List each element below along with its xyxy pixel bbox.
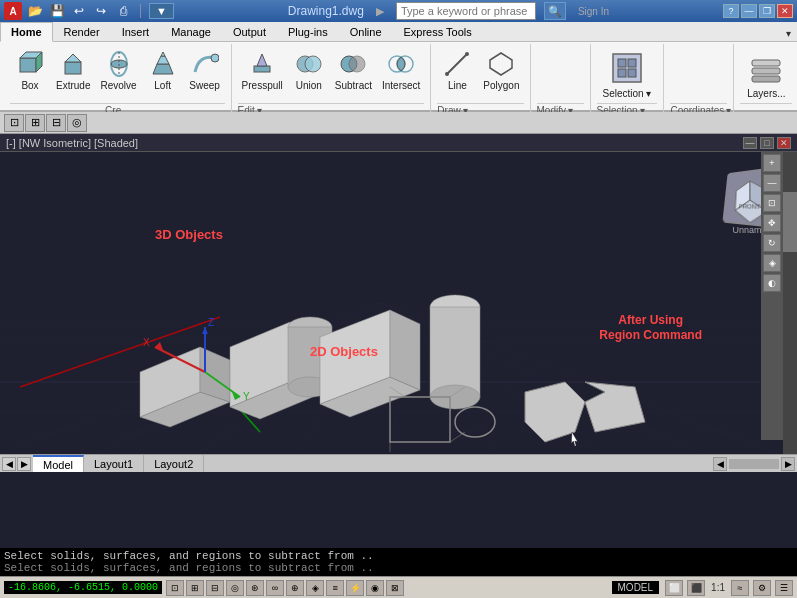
line-icon (441, 48, 473, 80)
selection-button[interactable]: Selection ▾ (597, 46, 658, 101)
scrollbar-thumb[interactable] (783, 192, 797, 252)
subtract-button[interactable]: Subtract (331, 46, 376, 93)
minimize-button[interactable]: — (741, 4, 757, 18)
status-am[interactable]: ⊠ (386, 580, 404, 596)
label-2d-objects: 2D Objects (310, 344, 378, 359)
status-ducs[interactable]: ⊕ (286, 580, 304, 596)
line-label: Line (448, 80, 467, 91)
ribbon-group-draw: Line Polygon Draw ▾ (431, 44, 530, 118)
tab-online[interactable]: Online (339, 22, 393, 42)
ribbon-options[interactable]: ▾ (780, 26, 797, 41)
qa-save[interactable]: 💾 (48, 2, 66, 20)
svg-marker-80 (571, 432, 577, 446)
viewport-canvas[interactable]: X Y Z 3D Objects 2D Objects (0, 152, 797, 454)
status-snap[interactable]: ⊡ (166, 580, 184, 596)
h-scroll-thumb[interactable] (729, 459, 779, 469)
restore-button[interactable]: ❐ (759, 4, 775, 18)
qa-open[interactable]: 📂 (26, 2, 44, 20)
command-area: Select solids, surfaces, and regions to … (0, 548, 797, 576)
tab-prev[interactable]: ◀ (2, 457, 16, 471)
svg-rect-27 (618, 69, 626, 77)
selection-icon (607, 48, 647, 88)
model-icon[interactable]: ⬛ (687, 580, 705, 596)
ortho-icon[interactable]: ⊟ (46, 114, 66, 132)
main-layout: A 📂 💾 ↩ ↪ ⎙ ▼ Drawing1.dwg ▶ 🔍 Sign In ?… (0, 0, 797, 598)
svg-rect-31 (752, 60, 780, 66)
revolve-label: Revolve (100, 80, 136, 91)
status-osnap[interactable]: ⊛ (246, 580, 264, 596)
qa-redo[interactable]: ↪ (92, 2, 110, 20)
extrude-button[interactable]: Extrude (52, 46, 94, 93)
revolve-button[interactable]: Revolve (96, 46, 140, 93)
search-input[interactable] (396, 2, 536, 20)
tab-layout2[interactable]: Layout2 (144, 455, 204, 472)
signin-label[interactable]: Sign In (578, 6, 609, 17)
status-otrack[interactable]: ∞ (266, 580, 284, 596)
svg-rect-30 (752, 68, 780, 74)
zoom-extents-button[interactable]: ⊡ (763, 194, 781, 212)
loft-button[interactable]: Loft (143, 46, 183, 93)
zoom-out-button[interactable]: — (763, 174, 781, 192)
polygon-icon (485, 48, 517, 80)
viewport-minimize[interactable]: — (743, 137, 757, 149)
settings-icon[interactable]: ☰ (775, 580, 793, 596)
h-scroll[interactable]: ◀ ▶ (711, 457, 797, 471)
status-dyn[interactable]: ◈ (306, 580, 324, 596)
tab-layout1[interactable]: Layout1 (84, 455, 144, 472)
svg-line-20 (447, 54, 467, 74)
sweep-button[interactable]: Sweep (185, 46, 225, 93)
orbit-button[interactable]: ↻ (763, 234, 781, 252)
union-icon (293, 48, 325, 80)
status-sc[interactable]: ◉ (366, 580, 384, 596)
workspace-icon[interactable]: ⚙ (753, 580, 771, 596)
layers-items: Layers... (740, 46, 792, 101)
snap-icon[interactable]: ⊡ (4, 114, 24, 132)
tab-next[interactable]: ▶ (17, 457, 31, 471)
side-controls: + — ⊡ ✥ ↻ ◈ ◐ (761, 152, 783, 440)
layers-button[interactable]: Layers... (740, 46, 792, 101)
paper-icon[interactable]: ⬜ (665, 580, 683, 596)
zoom-in-button[interactable]: + (763, 154, 781, 172)
pan-button[interactable]: ✥ (763, 214, 781, 232)
close-button[interactable]: ✕ (777, 4, 793, 18)
line-button[interactable]: Line (437, 46, 477, 93)
view-button[interactable]: ◈ (763, 254, 781, 272)
quick-icons: ⊡ ⊞ ⊟ ◎ (4, 114, 87, 132)
quick-toolbar: ⊡ ⊞ ⊟ ◎ (0, 112, 797, 134)
tab-render[interactable]: Render (53, 22, 111, 42)
grid-icon[interactable]: ⊞ (25, 114, 45, 132)
viewport-maximize[interactable]: □ (760, 137, 774, 149)
scale-icon[interactable]: ≈ (731, 580, 749, 596)
tab-model[interactable]: Model (33, 455, 84, 472)
tab-express[interactable]: Express Tools (393, 22, 483, 42)
status-grid[interactable]: ⊞ (186, 580, 204, 596)
viewport-close[interactable]: ✕ (777, 137, 791, 149)
scroll-left[interactable]: ◀ (713, 457, 727, 471)
status-polar[interactable]: ◎ (226, 580, 244, 596)
loft-icon (147, 48, 179, 80)
qa-print[interactable]: ⎙ (114, 2, 132, 20)
model-indicator[interactable]: MODEL (612, 581, 660, 594)
qa-undo[interactable]: ↩ (70, 2, 88, 20)
app-logo: A (4, 2, 22, 20)
intersect-button[interactable]: Intersect (378, 46, 424, 93)
union-button[interactable]: Union (289, 46, 329, 93)
presspull-button[interactable]: Presspull (238, 46, 287, 93)
tab-manage[interactable]: Manage (160, 22, 222, 42)
polygon-button[interactable]: Polygon (479, 46, 523, 93)
scroll-right[interactable]: ▶ (781, 457, 795, 471)
polar-icon[interactable]: ◎ (67, 114, 87, 132)
tab-plugins[interactable]: Plug-ins (277, 22, 339, 42)
status-lw[interactable]: ≡ (326, 580, 344, 596)
tab-output[interactable]: Output (222, 22, 277, 42)
vertical-scrollbar[interactable] (783, 152, 797, 454)
tab-home[interactable]: Home (0, 22, 53, 42)
help-button[interactable]: ? (723, 4, 739, 18)
status-qp[interactable]: ⚡ (346, 580, 364, 596)
box-button[interactable]: Box (10, 46, 50, 93)
search-button[interactable]: 🔍 (544, 2, 566, 20)
visual-style-button[interactable]: ◐ (763, 274, 781, 292)
tab-insert[interactable]: Insert (111, 22, 161, 42)
file-menu[interactable]: ▼ (149, 3, 174, 19)
status-ortho[interactable]: ⊟ (206, 580, 224, 596)
